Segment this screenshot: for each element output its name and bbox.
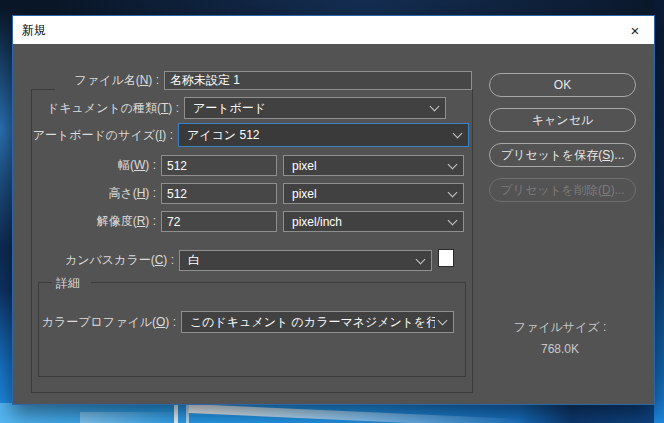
chevron-down-icon (416, 254, 426, 264)
dialog-body: 詳細 ファイル名(N) : 名称未設定 1 ドキュメントの種類(T) : アート… (13, 44, 656, 405)
file-size-label: ファイルサイズ : (475, 319, 645, 336)
width-input[interactable]: 512 (161, 155, 277, 176)
document-type-dropdown[interactable]: アートボード (184, 97, 446, 119)
close-icon[interactable]: × (616, 16, 654, 44)
dialog-title: 新規 (13, 22, 46, 39)
title-bar[interactable]: 新規 × (13, 16, 654, 44)
chevron-down-icon (448, 159, 458, 169)
width-unit-dropdown[interactable]: pixel (283, 155, 464, 176)
canvas-color-dropdown[interactable]: 白 (179, 250, 432, 271)
artboard-size-dropdown[interactable]: アイコン 512 (178, 123, 469, 147)
filename-input[interactable]: 名称未設定 1 (164, 71, 472, 90)
artboard-size-label: アートボードのサイズ(I) : (13, 123, 173, 147)
canvas-color-label: カンバスカラー(C) : (13, 250, 174, 271)
chevron-down-icon (448, 215, 458, 225)
chevron-down-icon (438, 316, 448, 326)
chevron-down-icon (453, 129, 463, 139)
document-type-label: ドキュメントの種類(T) : (13, 97, 179, 119)
filename-label: ファイル名(N) : (13, 71, 159, 90)
height-label: 高さ(H) : (13, 183, 156, 204)
advanced-section-title: 詳細 (56, 275, 80, 292)
width-label: 幅(W) : (13, 155, 156, 176)
frame-top-segment (38, 282, 52, 283)
canvas-color-swatch[interactable] (438, 249, 454, 267)
delete-preset-button: プリセットを削除(D)... (489, 178, 636, 202)
save-preset-button[interactable]: プリセットを保存(S)... (489, 143, 636, 167)
cancel-button[interactable]: キャンセル (489, 108, 636, 132)
chevron-down-icon (448, 187, 458, 197)
ok-button[interactable]: OK (489, 73, 636, 97)
color-profile-dropdown[interactable]: このドキュメント のカラーマネジメントを行わない (181, 311, 454, 333)
resolution-input[interactable]: 72 (161, 211, 277, 232)
file-size-value: 768.0K (475, 342, 645, 356)
frame-top-segment (91, 282, 466, 283)
chevron-down-icon (430, 102, 440, 112)
resolution-unit-dropdown[interactable]: pixel/inch (283, 211, 464, 232)
height-unit-dropdown[interactable]: pixel (283, 183, 464, 204)
wallpaper-light-beam (80, 412, 190, 423)
height-input[interactable]: 512 (161, 183, 277, 204)
color-profile-label: カラープロファイル(O) : (13, 311, 176, 333)
resolution-label: 解像度(R) : (13, 211, 156, 232)
new-document-dialog: 新規 × 詳細 ファイル名(N) : 名称未設定 1 ドキュメントの種類(T) … (12, 15, 655, 405)
